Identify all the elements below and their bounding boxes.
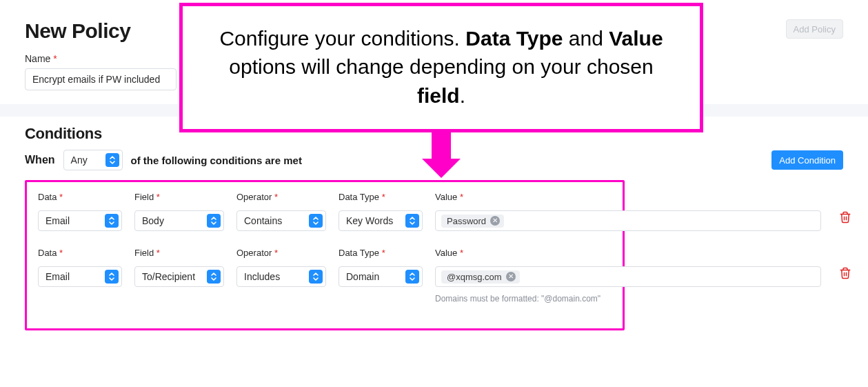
field-select[interactable]: To/Recipient — [134, 266, 224, 287]
value-helper-text: Domains must be formatted: "@domain.com" — [435, 294, 851, 304]
chevron-updown-icon — [405, 270, 419, 284]
data-select[interactable]: Email — [38, 266, 122, 287]
value-label: Value — [435, 248, 851, 258]
remove-tag-icon[interactable]: ✕ — [490, 216, 500, 226]
chevron-updown-icon — [105, 153, 119, 167]
data-type-select[interactable]: Key Words — [339, 210, 423, 231]
data-select[interactable]: Email — [38, 210, 122, 231]
when-select[interactable]: Any — [63, 150, 123, 170]
when-suffix: of the following conditions are met — [131, 155, 302, 166]
value-tag: @xqmsg.com ✕ — [441, 270, 520, 284]
operator-select[interactable]: Includes — [236, 266, 326, 287]
chevron-updown-icon — [405, 214, 419, 228]
chevron-updown-icon — [105, 214, 119, 228]
add-condition-button[interactable]: Add Condition — [771, 150, 843, 170]
value-tag: Password ✕ — [441, 215, 504, 228]
conditions-highlight-box: Data Email Field Body — [25, 180, 625, 330]
value-input[interactable]: @xqmsg.com ✕ — [435, 266, 821, 287]
operator-label: Operator — [236, 248, 326, 258]
name-input[interactable] — [25, 68, 176, 90]
delete-row-button[interactable] — [839, 267, 851, 279]
name-label: Name — [25, 53, 57, 64]
chevron-updown-icon — [105, 270, 119, 284]
data-type-label: Data Type — [339, 192, 423, 202]
field-select[interactable]: Body — [134, 210, 224, 231]
field-label: Field — [134, 248, 224, 258]
section-divider — [0, 104, 868, 117]
data-type-select[interactable]: Domain — [339, 266, 423, 287]
remove-tag-icon[interactable]: ✕ — [506, 272, 516, 281]
condition-row: Data Email Field Body — [38, 192, 612, 231]
add-policy-button[interactable]: Add Policy — [786, 19, 843, 39]
data-label: Data — [38, 248, 122, 258]
field-label: Field — [134, 192, 224, 202]
value-label: Value — [435, 192, 851, 202]
operator-label: Operator — [236, 192, 326, 202]
chevron-updown-icon — [207, 214, 221, 228]
chevron-updown-icon — [207, 270, 221, 284]
value-input[interactable]: Password ✕ — [435, 210, 821, 231]
chevron-updown-icon — [309, 270, 323, 284]
condition-row: Data Email Field To/Recipient — [38, 248, 612, 304]
page-title: New Policy — [25, 19, 130, 43]
conditions-heading: Conditions — [25, 125, 843, 143]
when-label: When — [25, 154, 55, 166]
data-label: Data — [38, 192, 122, 202]
data-type-label: Data Type — [339, 248, 423, 258]
chevron-updown-icon — [309, 214, 323, 228]
delete-row-button[interactable] — [839, 211, 851, 224]
operator-select[interactable]: Contains — [236, 210, 326, 231]
